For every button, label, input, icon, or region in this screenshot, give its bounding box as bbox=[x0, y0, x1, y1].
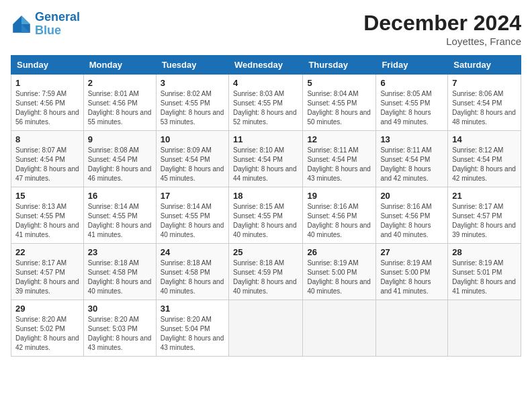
day-info: Sunrise: 8:08 AMSunset: 4:54 PMDaylight:… bbox=[88, 146, 152, 183]
day-number: 23 bbox=[88, 247, 152, 257]
day-number: 30 bbox=[88, 304, 152, 314]
weekday-header-friday: Friday bbox=[376, 56, 448, 75]
day-number: 6 bbox=[380, 78, 443, 88]
day-cell-22: 22 Sunrise: 8:17 AMSunset: 4:57 PMDaylig… bbox=[11, 244, 84, 300]
day-number: 21 bbox=[452, 191, 517, 201]
weekday-header-tuesday: Tuesday bbox=[156, 56, 228, 75]
day-info: Sunrise: 8:16 AMSunset: 4:56 PMDaylight:… bbox=[307, 202, 371, 240]
day-cell-31: 31 Sunrise: 8:20 AMSunset: 5:04 PMDaylig… bbox=[156, 300, 228, 357]
day-cell-25: 25 Sunrise: 8:18 AMSunset: 4:59 PMDaylig… bbox=[228, 244, 302, 300]
day-number: 29 bbox=[15, 304, 79, 314]
day-info: Sunrise: 8:05 AMSunset: 4:55 PMDaylight:… bbox=[380, 89, 443, 127]
day-info: Sunrise: 8:06 AMSunset: 4:54 PMDaylight:… bbox=[452, 89, 517, 127]
day-number: 10 bbox=[161, 134, 224, 144]
month-title: December 2024 bbox=[363, 11, 521, 36]
day-number: 27 bbox=[380, 247, 443, 257]
day-number: 11 bbox=[233, 134, 298, 144]
day-number: 4 bbox=[233, 78, 298, 88]
day-cell-3: 3 Sunrise: 8:02 AMSunset: 4:55 PMDayligh… bbox=[156, 75, 228, 131]
day-info: Sunrise: 8:02 AMSunset: 4:55 PMDaylight:… bbox=[161, 89, 224, 127]
day-info: Sunrise: 8:18 AMSunset: 4:58 PMDaylight:… bbox=[161, 259, 224, 296]
day-cell-18: 18 Sunrise: 8:15 AMSunset: 4:55 PMDaylig… bbox=[228, 187, 302, 244]
day-number: 28 bbox=[452, 247, 517, 257]
day-number: 19 bbox=[307, 191, 371, 201]
day-number: 20 bbox=[380, 191, 443, 201]
calendar-week-3: 15 Sunrise: 8:13 AMSunset: 4:55 PMDaylig… bbox=[11, 187, 521, 244]
day-info: Sunrise: 8:18 AMSunset: 4:58 PMDaylight:… bbox=[88, 259, 152, 296]
day-number: 24 bbox=[161, 247, 224, 257]
calendar-week-5: 29 Sunrise: 8:20 AMSunset: 5:02 PMDaylig… bbox=[11, 300, 521, 357]
calendar-week-4: 22 Sunrise: 8:17 AMSunset: 4:57 PMDaylig… bbox=[11, 244, 521, 300]
day-cell-13: 13 Sunrise: 8:11 AMSunset: 4:54 PMDaylig… bbox=[376, 131, 448, 187]
day-info: Sunrise: 8:14 AMSunset: 4:55 PMDaylight:… bbox=[161, 202, 224, 240]
day-info: Sunrise: 8:09 AMSunset: 4:54 PMDaylight:… bbox=[161, 146, 224, 183]
page-header: GeneralBlue December 2024 Loyettes, Fran… bbox=[11, 11, 521, 47]
day-cell-21: 21 Sunrise: 8:17 AMSunset: 4:57 PMDaylig… bbox=[448, 187, 521, 244]
location: Loyettes, France bbox=[363, 36, 521, 47]
day-number: 17 bbox=[161, 191, 224, 201]
day-cell-12: 12 Sunrise: 8:11 AMSunset: 4:54 PMDaylig… bbox=[303, 131, 376, 187]
day-info: Sunrise: 7:59 AMSunset: 4:56 PMDaylight:… bbox=[15, 89, 79, 127]
day-number: 5 bbox=[307, 78, 371, 88]
empty-cell bbox=[303, 300, 376, 357]
calendar-week-1: 1 Sunrise: 7:59 AMSunset: 4:56 PMDayligh… bbox=[11, 75, 521, 131]
day-info: Sunrise: 8:17 AMSunset: 4:57 PMDaylight:… bbox=[452, 202, 517, 240]
day-info: Sunrise: 8:19 AMSunset: 5:00 PMDaylight:… bbox=[307, 259, 371, 296]
day-info: Sunrise: 8:01 AMSunset: 4:56 PMDaylight:… bbox=[88, 89, 152, 127]
day-cell-28: 28 Sunrise: 8:19 AMSunset: 5:01 PMDaylig… bbox=[448, 244, 521, 300]
empty-cell bbox=[448, 300, 521, 357]
day-cell-27: 27 Sunrise: 8:19 AMSunset: 5:00 PMDaylig… bbox=[376, 244, 448, 300]
day-cell-7: 7 Sunrise: 8:06 AMSunset: 4:54 PMDayligh… bbox=[448, 75, 521, 131]
day-info: Sunrise: 8:19 AMSunset: 5:00 PMDaylight:… bbox=[380, 259, 443, 296]
title-block: December 2024 Loyettes, France bbox=[363, 11, 521, 47]
calendar-table: SundayMondayTuesdayWednesdayThursdayFrid… bbox=[11, 55, 521, 357]
day-cell-19: 19 Sunrise: 8:16 AMSunset: 4:56 PMDaylig… bbox=[303, 187, 376, 244]
day-info: Sunrise: 8:11 AMSunset: 4:54 PMDaylight:… bbox=[380, 146, 443, 183]
empty-cell bbox=[228, 300, 302, 357]
logo: GeneralBlue bbox=[11, 11, 80, 38]
day-cell-30: 30 Sunrise: 8:20 AMSunset: 5:03 PMDaylig… bbox=[83, 300, 156, 357]
logo-icon bbox=[11, 13, 32, 35]
svg-marker-1 bbox=[21, 15, 30, 24]
day-cell-15: 15 Sunrise: 8:13 AMSunset: 4:55 PMDaylig… bbox=[11, 187, 84, 244]
weekday-header-wednesday: Wednesday bbox=[228, 56, 302, 75]
day-cell-4: 4 Sunrise: 8:03 AMSunset: 4:55 PMDayligh… bbox=[228, 75, 302, 131]
day-info: Sunrise: 8:11 AMSunset: 4:54 PMDaylight:… bbox=[307, 146, 371, 183]
day-number: 26 bbox=[307, 247, 371, 257]
day-info: Sunrise: 8:13 AMSunset: 4:55 PMDaylight:… bbox=[15, 202, 79, 240]
day-info: Sunrise: 8:17 AMSunset: 4:57 PMDaylight:… bbox=[15, 259, 79, 296]
day-info: Sunrise: 8:15 AMSunset: 4:55 PMDaylight:… bbox=[233, 202, 298, 240]
day-number: 7 bbox=[452, 78, 517, 88]
day-cell-2: 2 Sunrise: 8:01 AMSunset: 4:56 PMDayligh… bbox=[83, 75, 156, 131]
day-number: 15 bbox=[15, 191, 79, 201]
day-number: 18 bbox=[233, 191, 298, 201]
day-number: 1 bbox=[15, 78, 79, 88]
day-number: 22 bbox=[15, 247, 79, 257]
weekday-header-sunday: Sunday bbox=[11, 56, 84, 75]
day-info: Sunrise: 8:04 AMSunset: 4:55 PMDaylight:… bbox=[307, 89, 371, 127]
day-info: Sunrise: 8:07 AMSunset: 4:54 PMDaylight:… bbox=[15, 146, 79, 183]
day-cell-16: 16 Sunrise: 8:14 AMSunset: 4:55 PMDaylig… bbox=[83, 187, 156, 244]
day-info: Sunrise: 8:16 AMSunset: 4:56 PMDaylight:… bbox=[380, 202, 443, 240]
empty-cell bbox=[376, 300, 448, 357]
day-info: Sunrise: 8:19 AMSunset: 5:01 PMDaylight:… bbox=[452, 259, 517, 296]
day-cell-1: 1 Sunrise: 7:59 AMSunset: 4:56 PMDayligh… bbox=[11, 75, 84, 131]
day-number: 14 bbox=[452, 134, 517, 144]
day-number: 13 bbox=[380, 134, 443, 144]
day-cell-24: 24 Sunrise: 8:18 AMSunset: 4:58 PMDaylig… bbox=[156, 244, 228, 300]
weekday-header-monday: Monday bbox=[83, 56, 156, 75]
day-cell-26: 26 Sunrise: 8:19 AMSunset: 5:00 PMDaylig… bbox=[303, 244, 376, 300]
day-cell-14: 14 Sunrise: 8:12 AMSunset: 4:54 PMDaylig… bbox=[448, 131, 521, 187]
day-number: 8 bbox=[15, 134, 79, 144]
day-info: Sunrise: 8:20 AMSunset: 5:03 PMDaylight:… bbox=[88, 315, 152, 353]
day-cell-20: 20 Sunrise: 8:16 AMSunset: 4:56 PMDaylig… bbox=[376, 187, 448, 244]
weekday-header-saturday: Saturday bbox=[448, 56, 521, 75]
day-info: Sunrise: 8:03 AMSunset: 4:55 PMDaylight:… bbox=[233, 89, 298, 127]
day-cell-29: 29 Sunrise: 8:20 AMSunset: 5:02 PMDaylig… bbox=[11, 300, 84, 357]
day-number: 2 bbox=[88, 78, 152, 88]
day-cell-10: 10 Sunrise: 8:09 AMSunset: 4:54 PMDaylig… bbox=[156, 131, 228, 187]
day-cell-23: 23 Sunrise: 8:18 AMSunset: 4:58 PMDaylig… bbox=[83, 244, 156, 300]
day-info: Sunrise: 8:10 AMSunset: 4:54 PMDaylight:… bbox=[233, 146, 298, 183]
day-info: Sunrise: 8:20 AMSunset: 5:04 PMDaylight:… bbox=[161, 315, 224, 353]
weekday-header-row: SundayMondayTuesdayWednesdayThursdayFrid… bbox=[11, 56, 521, 75]
